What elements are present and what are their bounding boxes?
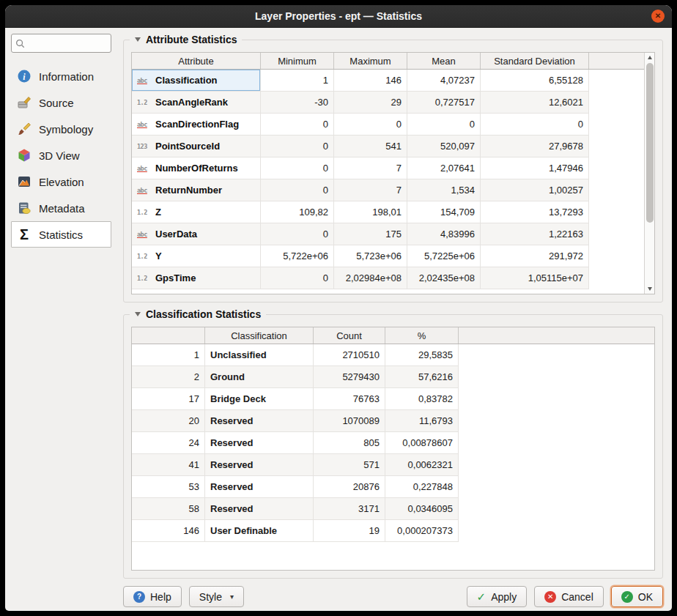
maximum-cell[interactable]: 175: [334, 223, 407, 245]
minimum-cell[interactable]: 0: [261, 267, 334, 289]
sidebar-item-symbology[interactable]: Symbology: [11, 116, 111, 142]
maximum-cell[interactable]: 5,723e+06: [334, 245, 407, 267]
attribute-statistics-title[interactable]: Attribute Statistics: [130, 34, 242, 45]
sidebar-item-metadata[interactable]: Metadata: [11, 195, 111, 221]
attribute-name-cell[interactable]: 1.2GpsTime: [132, 267, 261, 289]
class-percent-cell[interactable]: 0,000207373: [385, 520, 459, 542]
maximum-cell[interactable]: 7: [334, 157, 407, 179]
column-header-count[interactable]: Count: [314, 327, 385, 344]
mean-cell[interactable]: 154,709: [407, 201, 481, 223]
class-percent-cell[interactable]: 0,83782: [385, 388, 459, 410]
class-percent-cell[interactable]: 11,6793: [385, 410, 459, 432]
std-deviation-cell[interactable]: 1,00257: [481, 179, 589, 201]
class-count-cell[interactable]: 5279430: [314, 366, 385, 388]
mean-cell[interactable]: 2,02435e+08: [407, 267, 481, 289]
minimum-cell[interactable]: 0: [261, 114, 334, 136]
class-name-cell[interactable]: Bridge Deck: [205, 388, 314, 410]
mean-cell[interactable]: 0,727517: [407, 92, 481, 114]
class-code-cell[interactable]: 53: [132, 476, 205, 498]
class-code-cell[interactable]: 2: [132, 366, 205, 388]
class-name-cell[interactable]: Reserved: [205, 476, 314, 498]
std-deviation-cell[interactable]: 12,6021: [481, 92, 589, 114]
cancel-button[interactable]: ✕ Cancel: [534, 586, 604, 607]
column-header-code[interactable]: [132, 327, 205, 344]
sidebar-item-source[interactable]: Source: [11, 89, 111, 116]
class-code-cell[interactable]: 146: [132, 520, 205, 542]
scrollbar-track[interactable]: [645, 62, 654, 284]
mean-cell[interactable]: 1,534: [407, 179, 481, 201]
attribute-name-cell[interactable]: abcUserData: [132, 223, 261, 245]
std-deviation-cell[interactable]: 1,22163: [481, 223, 589, 245]
scroll-down-button[interactable]: [645, 284, 654, 294]
class-name-cell[interactable]: Reserved: [205, 498, 314, 520]
sidebar-item-elevation[interactable]: Elevation: [11, 168, 111, 195]
attribute-name-cell[interactable]: 1.2Y: [132, 245, 261, 267]
classification-statistics-title[interactable]: Classification Statistics: [130, 308, 266, 320]
class-count-cell[interactable]: 20876: [314, 476, 385, 498]
sidebar-item-3d-view[interactable]: 3D View: [11, 142, 111, 168]
collapse-arrow-icon[interactable]: [135, 312, 141, 316]
search-input[interactable]: [29, 37, 108, 50]
mean-cell[interactable]: 520,097: [407, 136, 481, 157]
scroll-up-button[interactable]: [645, 53, 654, 62]
attribute-name-cell[interactable]: abcReturnNumber: [132, 179, 261, 201]
attribute-name-cell[interactable]: 1.2ScanAngleRank: [132, 92, 261, 114]
sidebar-item-information[interactable]: i Information: [11, 63, 111, 89]
class-name-cell[interactable]: Reserved: [205, 410, 314, 432]
mean-cell[interactable]: 4,83996: [407, 223, 481, 245]
search-box[interactable]: [11, 34, 111, 53]
attribute-name-cell[interactable]: abcClassification: [132, 70, 261, 92]
sidebar-item-statistics[interactable]: Σ Statistics: [11, 221, 111, 248]
std-deviation-cell[interactable]: 1,47946: [481, 157, 589, 179]
minimum-cell[interactable]: 5,722e+06: [261, 245, 334, 267]
std-deviation-cell[interactable]: 6,55128: [481, 70, 589, 92]
std-deviation-cell[interactable]: 1,05115e+07: [481, 267, 589, 289]
class-code-cell[interactable]: 20: [132, 410, 205, 432]
apply-button[interactable]: ✓ Apply: [467, 586, 528, 607]
minimum-cell[interactable]: 1: [261, 70, 334, 92]
maximum-cell[interactable]: 146: [334, 70, 407, 92]
mean-cell[interactable]: 4,07237: [407, 70, 481, 92]
class-percent-cell[interactable]: 57,6216: [385, 366, 459, 388]
collapse-arrow-icon[interactable]: [135, 37, 141, 42]
vertical-scrollbar[interactable]: [644, 53, 654, 294]
maximum-cell[interactable]: 0: [334, 114, 407, 136]
class-count-cell[interactable]: 19: [314, 520, 385, 542]
class-name-cell[interactable]: Reserved: [205, 432, 314, 454]
attribute-name-cell[interactable]: abcNumberOfReturns: [132, 157, 261, 179]
minimum-cell[interactable]: 0: [261, 157, 334, 179]
std-deviation-cell[interactable]: 291,972: [481, 245, 589, 267]
class-name-cell[interactable]: User Definable: [205, 520, 314, 542]
class-name-cell[interactable]: Unclassified: [205, 344, 314, 366]
class-percent-cell[interactable]: 0,0062321: [385, 454, 459, 476]
maximum-cell[interactable]: 7: [334, 179, 407, 201]
column-header-maximum[interactable]: Maximum: [334, 53, 407, 69]
class-code-cell[interactable]: 17: [132, 388, 205, 410]
class-count-cell[interactable]: 3171: [314, 498, 385, 520]
titlebar[interactable]: Layer Properties - ept — Statistics ✕: [5, 5, 672, 28]
style-button[interactable]: Style ▾: [189, 586, 244, 607]
class-code-cell[interactable]: 1: [132, 344, 205, 366]
maximum-cell[interactable]: 29: [334, 92, 407, 114]
std-deviation-cell[interactable]: 0: [481, 114, 589, 136]
minimum-cell[interactable]: 0: [261, 136, 334, 157]
column-header-attribute[interactable]: Attribute: [132, 53, 261, 69]
class-count-cell[interactable]: 76763: [314, 388, 385, 410]
close-button[interactable]: ✕: [651, 10, 665, 23]
class-name-cell[interactable]: Reserved: [205, 454, 314, 476]
minimum-cell[interactable]: -30: [261, 92, 334, 114]
class-code-cell[interactable]: 41: [132, 454, 205, 476]
minimum-cell[interactable]: 0: [261, 223, 334, 245]
std-deviation-cell[interactable]: 13,7293: [481, 201, 589, 223]
class-count-cell[interactable]: 805: [314, 432, 385, 454]
help-button[interactable]: ? Help: [123, 586, 182, 607]
attribute-name-cell[interactable]: 123PointSourceId: [132, 136, 261, 157]
column-header-mean[interactable]: Mean: [407, 53, 481, 69]
attribute-name-cell[interactable]: abcScanDirectionFlag: [132, 114, 261, 136]
mean-cell[interactable]: 5,7225e+06: [407, 245, 481, 267]
attribute-name-cell[interactable]: 1.2Z: [132, 201, 261, 223]
column-header-classification[interactable]: Classification: [205, 327, 314, 344]
maximum-cell[interactable]: 2,02984e+08: [334, 267, 407, 289]
minimum-cell[interactable]: 109,82: [261, 201, 334, 223]
mean-cell[interactable]: 2,07641: [407, 157, 481, 179]
